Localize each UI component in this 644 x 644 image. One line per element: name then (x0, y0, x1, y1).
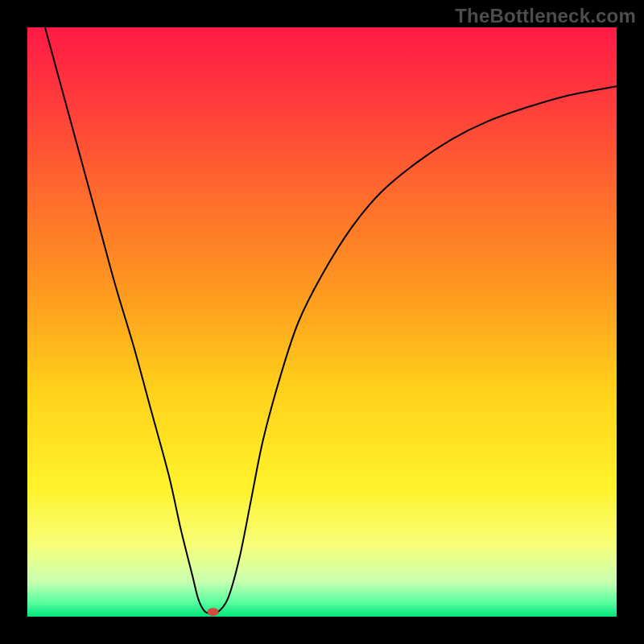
watermark-text: TheBottleneck.com (455, 5, 636, 27)
min-point-marker (208, 608, 219, 616)
chart-svg (27, 27, 617, 617)
gradient-background (27, 27, 617, 617)
plot-area (27, 27, 617, 617)
chart-frame: TheBottleneck.com (0, 0, 644, 644)
